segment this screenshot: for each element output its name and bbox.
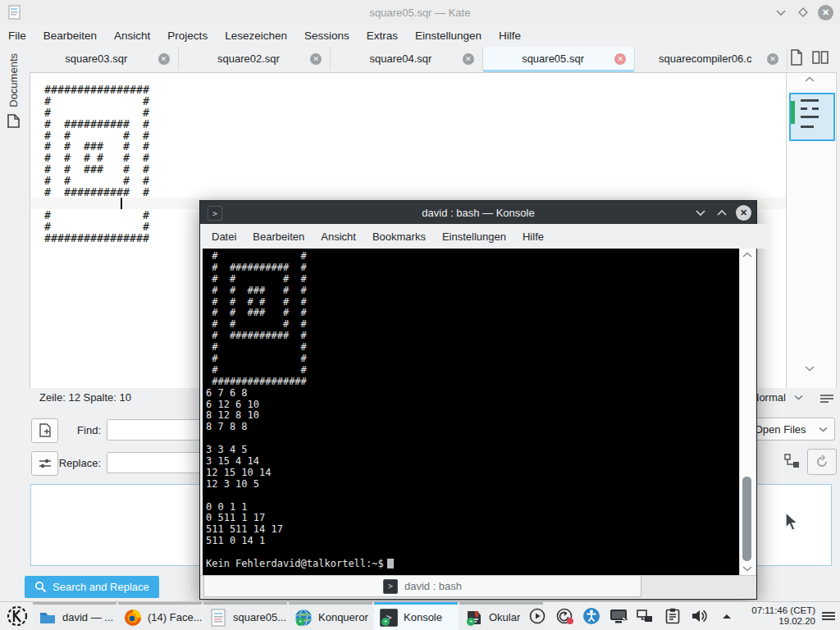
tab-squarecompiler06[interactable]: squarecompiler06.c ✕ (635, 47, 788, 71)
application-launcher-button[interactable] (5, 605, 30, 628)
tray-expand-icon[interactable] (718, 607, 736, 625)
media-player-icon[interactable] (528, 607, 546, 625)
scroll-down-icon[interactable] (742, 565, 752, 572)
documents-label: Documents (7, 53, 20, 107)
taskbar-item-konsole-active[interactable]: > + Konsole (374, 602, 458, 630)
konsole-minimize-button[interactable] (693, 205, 708, 220)
konsole-maximize-button[interactable] (714, 205, 729, 220)
replace-label: Replace: (31, 457, 101, 469)
clock-time: 07:11:46 (CET) (742, 605, 815, 616)
search-and-replace-toolview-button[interactable]: Search and Replace (25, 576, 159, 598)
text-cursor (121, 198, 122, 209)
folder-icon (39, 609, 57, 627)
task-label: Konqueror (318, 611, 368, 623)
tab-square02[interactable]: square02.sqr ✕ (179, 47, 331, 71)
accessibility-icon[interactable] (582, 607, 600, 625)
kate-menu-file[interactable]: File (8, 30, 26, 42)
new-window-badge: + (467, 618, 475, 626)
tab-close-icon[interactable]: ✕ (767, 53, 778, 65)
terminal-scrollbar[interactable] (739, 249, 755, 575)
kate-menu-projects[interactable]: Projects (167, 30, 208, 42)
desktop: square05.sqr — Kate ✕ File Bearbeiten An… (0, 0, 840, 630)
konsole-tabbar: > david : bash (200, 575, 756, 598)
kate-menu-bearbeiten[interactable]: Bearbeiten (43, 30, 97, 42)
kate-maximize-button[interactable] (796, 5, 810, 20)
task-label: square05.... (233, 611, 287, 623)
terminal-display[interactable]: # # # ########## # # # # # # # ### # # #… (203, 249, 739, 575)
new-document-icon[interactable] (789, 49, 804, 66)
konsole-menu-hilfe[interactable]: Hilfe (523, 231, 544, 243)
konsole-session-tab[interactable]: > david : bash (203, 576, 641, 597)
scroll-down-icon[interactable] (805, 365, 815, 372)
taskbar-item-kate[interactable]: square05.... (203, 602, 287, 630)
kate-close-button[interactable]: ✕ (818, 5, 833, 21)
panel-settings-icon[interactable] (822, 610, 835, 622)
chevron-down-icon (819, 427, 828, 432)
konsole-menu-bookmarks[interactable]: Bookmarks (372, 231, 426, 243)
toolview-button-label: Search and Replace (52, 581, 149, 593)
statusbar-mode-combo[interactable]: Normal (751, 391, 803, 404)
sidebar-item-documents[interactable]: Documents (3, 53, 23, 128)
scroll-up-icon[interactable] (742, 252, 752, 258)
scrollbar-thumb[interactable] (742, 477, 751, 561)
kate-menu-lesezeichen[interactable]: Lesezeichen (225, 30, 287, 42)
find-label: Find: (31, 424, 101, 436)
system-tray: 07:11:46 (CET) 19.02.20 (528, 602, 840, 630)
clipboard-icon[interactable] (664, 607, 682, 625)
konsole-menu-einstellungen[interactable]: Einstellungen (442, 231, 506, 243)
kate-tabbar: square03.sqr ✕ square02.sqr ✕ square04.s… (26, 47, 788, 71)
tab-close-icon[interactable]: ✕ (614, 53, 626, 65)
tab-square03[interactable]: square03.sqr ✕ (26, 47, 179, 71)
konsole-menu-bearbeiten[interactable]: Bearbeiten (253, 231, 304, 243)
taskbar-item-konqueror[interactable]: + Konqueror (289, 602, 372, 630)
expand-results-icon[interactable] (784, 454, 800, 468)
kate-menubar: File Bearbeiten Ansicht Projects Lesezei… (0, 25, 840, 47)
taskbar-item-firefox[interactable]: (14) Face... (118, 602, 202, 630)
kate-doc-icon (209, 609, 227, 627)
tab-close-icon[interactable]: ✕ (310, 53, 322, 65)
taskbar-item-dolphin[interactable]: david — ... (33, 602, 116, 630)
terminal-icon: > (383, 579, 398, 594)
digital-clock[interactable]: 07:11:46 (CET) 19.02.20 (742, 605, 815, 627)
tab-square05-active[interactable]: square05.sqr ✕ (483, 47, 636, 71)
document-icon (7, 114, 20, 128)
modified-lines-marker (791, 101, 795, 124)
konsole-close-button[interactable]: ✕ (736, 205, 751, 221)
refresh-icon (815, 454, 829, 469)
konsole-menu-datei[interactable]: Datei (212, 231, 236, 243)
minimap-thumb[interactable] (789, 93, 835, 141)
tab-label: square04.sqr (370, 52, 432, 65)
chevron-down-icon (794, 395, 803, 400)
kate-menu-hilfe[interactable]: Hilfe (499, 30, 521, 42)
volume-icon[interactable] (691, 607, 709, 625)
kate-menu-einstellungen[interactable]: Einstellungen (415, 30, 482, 42)
taskbar-panel: david — ... (14) Face... square05.... (0, 601, 840, 630)
editor-scrollbar-minimap[interactable] (786, 72, 837, 388)
konsole-titlebar[interactable]: > david : bash — Konsole ✕ (200, 201, 756, 224)
tab-close-icon[interactable]: ✕ (158, 53, 170, 65)
updates-icon[interactable] (555, 607, 573, 625)
task-label: (14) Face... (148, 611, 202, 623)
tab-label: square02.sqr (217, 52, 280, 65)
tab-close-icon[interactable]: ✕ (463, 53, 474, 65)
search-again-button[interactable] (807, 449, 837, 475)
kate-left-dock: Documents (0, 47, 26, 601)
kate-menu-extras[interactable]: Extras (367, 30, 398, 42)
scroll-up-icon[interactable] (805, 76, 815, 83)
network-icon[interactable] (637, 607, 655, 625)
kate-minimize-button[interactable] (774, 5, 788, 20)
konsole-menubar: Datei Bearbeiten Ansicht Bookmarks Einst… (200, 224, 768, 249)
kate-menu-sessions[interactable]: Sessions (304, 30, 349, 42)
konsole-menu-ansicht[interactable]: Ansicht (321, 231, 356, 243)
terminal-text: # # # ########## # # # # # # # ### # # #… (203, 249, 739, 570)
statusbar-menu-icon[interactable] (820, 393, 833, 404)
konsole-window: > david : bash — Konsole ✕ Datei Bearbei… (199, 200, 757, 600)
kate-titlebar[interactable]: square05.sqr — Kate ✕ (0, 0, 840, 25)
statusbar-cursor-position: Zeile: 12 Spalte: 10 (39, 391, 131, 404)
task-label: Okular (489, 611, 520, 623)
tab-square04[interactable]: square04.sqr ✕ (331, 47, 483, 71)
tabbar-actions (789, 49, 829, 66)
display-settings-icon[interactable] (609, 607, 628, 625)
split-view-icon[interactable] (812, 50, 829, 65)
kate-menu-ansicht[interactable]: Ansicht (114, 30, 150, 42)
